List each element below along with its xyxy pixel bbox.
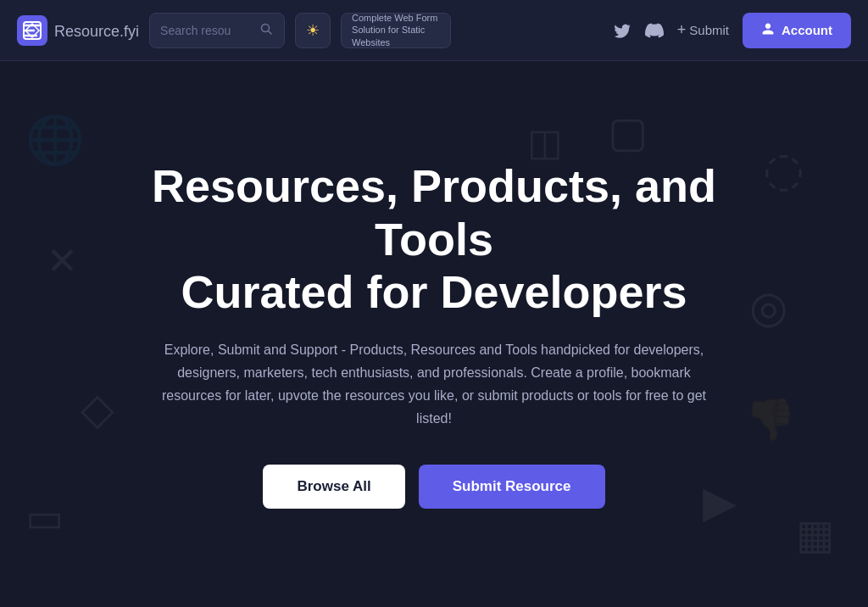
doc-bg-icon: ▭ xyxy=(25,493,64,541)
hero-title-line2: Curated for Developers xyxy=(181,266,687,317)
window-bg-icon: ▢ xyxy=(608,108,648,157)
wrench-bg-icon: ✕ xyxy=(47,239,78,282)
hero-buttons: Browse All Submit Resource xyxy=(263,465,604,509)
play-bg-icon: ▶ xyxy=(703,476,737,527)
navbar: Resource.fyi ☀ Complete Web Form Solutio… xyxy=(0,0,868,61)
discord-icon[interactable] xyxy=(645,21,664,40)
plus-icon: + xyxy=(677,21,687,39)
account-button[interactable]: Account xyxy=(743,13,851,48)
sun-icon: ☀ xyxy=(306,21,320,40)
logo-suffix: .fyi xyxy=(120,23,139,40)
search-icon xyxy=(260,23,272,37)
bookmark-bg-icon: ◫ xyxy=(527,120,563,164)
logo-name: Resource xyxy=(54,23,120,40)
nav-icons: + Submit Account xyxy=(613,13,851,48)
submit-label: Submit xyxy=(689,23,729,37)
thumbsdown-bg-icon: 👎 xyxy=(745,396,796,443)
background-icons: 🌐 ✕ ◇ ▭ ▢ ◌ ◎ 👎 ▶ ▦ ◫ xyxy=(0,61,868,607)
search-bar[interactable] xyxy=(149,13,285,48)
submit-button[interactable]: + Submit xyxy=(677,21,729,39)
logo-icon xyxy=(17,15,47,46)
logo[interactable]: Resource.fyi xyxy=(17,15,139,46)
hero-subtitle: Explore, Submit and Support - Products, … xyxy=(146,338,722,431)
globe-bg-icon: 🌐 xyxy=(25,112,85,168)
submit-resource-button[interactable]: Submit Resource xyxy=(419,465,605,509)
browse-all-button[interactable]: Browse All xyxy=(263,465,404,509)
diamond-bg-icon: ◇ xyxy=(81,383,114,434)
ad-banner: Complete Web Form Solution for Static We… xyxy=(341,13,451,48)
hero-section: 🌐 ✕ ◇ ▭ ▢ ◌ ◎ 👎 ▶ ▦ ◫ Resources, Product… xyxy=(0,61,868,607)
theme-toggle-button[interactable]: ☀ xyxy=(295,13,331,48)
search-input[interactable] xyxy=(160,24,253,37)
user-icon xyxy=(761,22,775,39)
svg-line-3 xyxy=(269,31,272,35)
calendar-bg-icon: ▦ xyxy=(796,510,834,558)
account-label: Account xyxy=(782,23,832,37)
hero-title-line1: Resources, Products, and Tools xyxy=(152,160,716,264)
twitter-icon[interactable] xyxy=(613,21,632,40)
logo-text: Resource.fyi xyxy=(54,19,139,42)
ring-bg-icon: ◌ xyxy=(763,142,804,197)
hero-title: Resources, Products, and Tools Curated f… xyxy=(103,159,765,317)
